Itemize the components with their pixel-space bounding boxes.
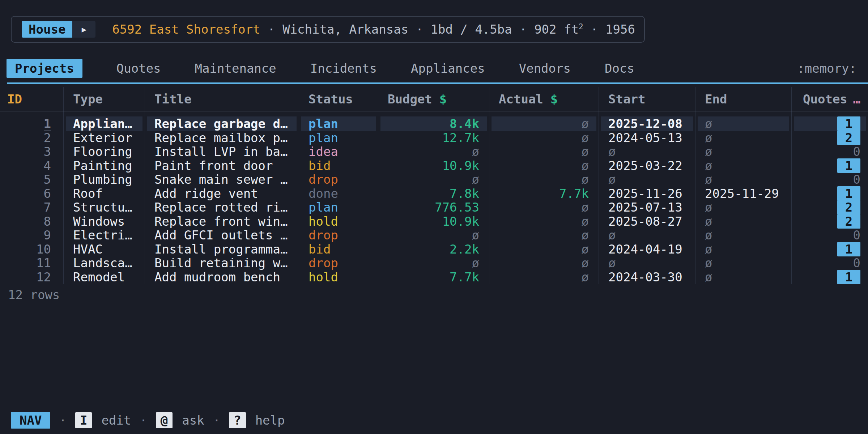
cell-budget[interactable]: ø [378,228,489,242]
cell-quotes[interactable]: 0 [792,228,868,242]
tab-maintenance[interactable]: Maintenance [195,61,276,76]
cell-start[interactable]: ø [599,172,695,187]
cell-actual[interactable]: ø [489,131,599,145]
cell-status[interactable]: idea [299,144,378,159]
cell-budget[interactable]: 10.9k [378,214,489,229]
cell-title[interactable]: Snake main sewer … [145,172,299,187]
cell-actual[interactable]: ø [489,144,599,159]
cell-status[interactable]: bid [299,158,378,173]
cell-type[interactable]: Painting [64,158,145,173]
cell-id[interactable]: 10 [0,242,64,256]
cell-id[interactable]: 1 [0,116,64,131]
cell-start[interactable]: 2024-04-19 [599,242,695,256]
cell-status[interactable]: plan [299,116,378,131]
cell-type[interactable]: Windows [64,214,145,229]
cell-status[interactable]: plan [299,131,378,145]
cell-quotes[interactable]: 2 [792,200,868,214]
column-header-budget[interactable]: Budget$ [378,87,489,111]
cell-start[interactable]: ø [599,228,695,242]
cell-actual[interactable]: ø [489,214,599,229]
cell-actual[interactable]: ø [489,242,599,256]
cell-status[interactable]: drop [299,228,378,242]
cell-actual[interactable]: 7.7k [489,186,599,201]
cell-title[interactable]: Install LVP in ba… [145,144,299,159]
tab-appliances[interactable]: Appliances [411,61,485,76]
cell-type[interactable]: Exterior [64,131,145,145]
cell-title[interactable]: Build retaining w… [145,256,299,270]
cell-type[interactable]: Remodel [64,270,145,284]
tab-vendors[interactable]: Vendors [519,61,571,76]
table-row[interactable]: 8WindowsReplace front win…hold10.9kø2025… [0,214,868,228]
cell-type[interactable]: Structu… [64,200,145,214]
cell-budget[interactable]: ø [378,256,489,270]
cell-status[interactable]: bid [299,242,378,256]
key-badge-help[interactable]: ? [229,412,246,428]
cell-status[interactable]: drop [299,256,378,270]
cell-quotes[interactable]: 1 [792,242,868,256]
cell-end[interactable]: ø [695,256,792,270]
cell-type[interactable]: Landsca… [64,256,145,270]
table-row[interactable]: 3FlooringInstall LVP in ba…ideaøøøø0 [0,144,868,158]
cell-status[interactable]: hold [299,214,378,229]
table-row[interactable]: 4PaintingPaint front doorbid10.9kø2025-0… [0,158,868,173]
entity-expand-button[interactable]: ▶ [72,21,95,38]
cell-start[interactable]: ø [599,144,695,159]
cell-actual[interactable]: ø [489,256,599,270]
column-header-title[interactable]: Title [145,87,299,111]
cell-status[interactable]: hold [299,270,378,284]
tab-incidents[interactable]: Incidents [310,61,377,76]
cell-budget[interactable]: 2.2k [378,242,489,256]
cell-actual[interactable]: ø [489,158,599,173]
table-row[interactable]: 5PlumbingSnake main sewer …dropøøøø0 [0,172,868,186]
cell-id[interactable]: 5 [0,172,64,187]
cell-id[interactable]: 6 [0,186,64,201]
cell-id[interactable]: 12 [0,270,64,284]
cell-id[interactable]: 3 [0,144,64,159]
key-badge-ask[interactable]: @ [156,412,173,428]
cell-quotes[interactable]: 1 [792,186,868,201]
tab-quotes[interactable]: Quotes [116,61,161,76]
table-row[interactable]: 6RoofAdd ridge ventdone7.8k7.7k2025-11-2… [0,186,868,200]
cell-end[interactable]: ø [695,116,792,131]
column-header-end[interactable]: End [695,87,792,111]
cell-title[interactable]: Replace garbage d… [145,116,299,131]
column-header-quotes[interactable]: Quotes… [792,87,868,111]
cell-actual[interactable]: ø [489,172,599,187]
cell-actual[interactable]: ø [489,228,599,242]
cell-start[interactable]: 2025-03-22 [599,158,695,173]
cell-type[interactable]: Applian… [64,116,145,131]
cell-actual[interactable]: ø [489,116,599,131]
cell-title[interactable]: Paint front door [145,158,299,173]
column-header-id[interactable]: ID [0,87,64,111]
cell-actual[interactable]: ø [489,270,599,284]
cell-id[interactable]: 8 [0,214,64,229]
cell-title[interactable]: Replace front win… [145,214,299,229]
cell-status[interactable]: plan [299,200,378,214]
cell-start[interactable]: 2024-05-13 [599,131,695,145]
cell-start[interactable]: ø [599,256,695,270]
cell-type[interactable]: Plumbing [64,172,145,187]
cell-type[interactable]: Flooring [64,144,145,159]
cell-status[interactable]: done [299,186,378,201]
key-badge-edit[interactable]: I [75,412,92,428]
cell-title[interactable]: Replace rotted ri… [145,200,299,214]
cell-title[interactable]: Install programma… [145,242,299,256]
cell-budget[interactable]: 8.4k [378,116,489,131]
cell-status[interactable]: drop [299,172,378,187]
table-row[interactable]: 2ExteriorReplace mailbox p…plan12.7kø202… [0,131,868,145]
cell-end[interactable]: ø [695,270,792,284]
entity-type-button[interactable]: House [22,21,72,38]
cell-end[interactable]: ø [695,214,792,229]
column-header-type[interactable]: Type [64,87,145,111]
cell-end[interactable]: ø [695,242,792,256]
cell-quotes[interactable]: 1 [792,116,868,131]
cell-id[interactable]: 4 [0,158,64,173]
table-row[interactable]: 12RemodelAdd mudroom benchhold7.7kø2024-… [0,270,868,284]
cell-title[interactable]: Add mudroom bench [145,270,299,284]
cell-end[interactable]: ø [695,131,792,145]
cell-id[interactable]: 11 [0,256,64,270]
cell-quotes[interactable]: 0 [792,256,868,270]
cell-type[interactable]: Roof [64,186,145,201]
cell-budget[interactable]: 12.7k [378,131,489,145]
cell-quotes[interactable]: 1 [792,270,868,284]
